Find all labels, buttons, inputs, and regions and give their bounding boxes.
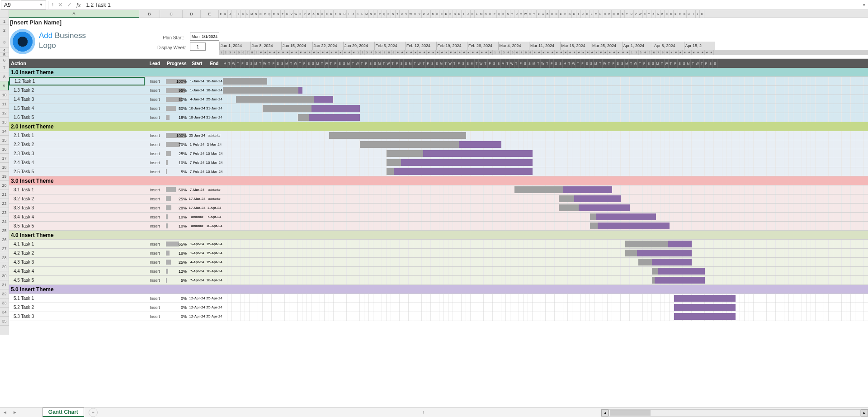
task-start[interactable]: 12-Apr-24: [189, 312, 206, 321]
task-start[interactable]: ######: [189, 213, 206, 221]
task-end[interactable]: 15-Apr-24: [206, 258, 223, 266]
task-name[interactable]: 1.4 Task 3: [9, 95, 145, 104]
task-lead[interactable]: Insert: [145, 113, 165, 122]
col-header-CO[interactable]: O: [603, 10, 608, 18]
row-header-32[interactable]: 32: [0, 289, 9, 299]
task-name[interactable]: 1.5 Task 4: [9, 104, 145, 113]
task-start[interactable]: 1-Feb-24: [189, 140, 206, 149]
row-header-34[interactable]: 34: [0, 308, 9, 317]
col-header-K[interactable]: K: [241, 10, 245, 18]
task-row[interactable]: 3.3 Task 3Insert28%17-Mar-241-Apr-24: [9, 204, 868, 213]
task-row[interactable]: 3.5 Task 5Insert10%######10-Apr-24: [9, 222, 868, 231]
task-progress[interactable]: 10%: [165, 158, 189, 167]
task-lead[interactable]: Insert: [145, 213, 165, 221]
col-header-CT[interactable]: T: [625, 10, 629, 18]
col-header-BX[interactable]: X: [528, 10, 533, 18]
task-name[interactable]: 4.1 Task 1: [9, 240, 145, 248]
task-lead[interactable]: Insert: [145, 294, 165, 303]
col-header-DD[interactable]: D: [669, 10, 674, 18]
col-header-CI[interactable]: I: [576, 10, 581, 18]
col-header-DB[interactable]: B: [660, 10, 665, 18]
col-header-DE[interactable]: E: [674, 10, 678, 18]
theme-row[interactable]: 4.0 Insert Theme: [9, 231, 868, 240]
col-header-CJ[interactable]: J: [581, 10, 585, 18]
gantt-bar[interactable]: [590, 223, 670, 229]
task-row[interactable]: 1.5 Task 4Insert50%10-Jan-2431-Jan-24: [9, 104, 868, 113]
col-header-AO[interactable]: O: [373, 10, 378, 18]
task-name[interactable]: 4.2 Task 2: [9, 249, 145, 257]
row-header-20[interactable]: 20: [0, 181, 9, 190]
col-header-AK[interactable]: K: [356, 10, 360, 18]
task-name[interactable]: 3.3 Task 3: [9, 204, 145, 212]
gantt-bar[interactable]: [387, 159, 533, 166]
col-header-B[interactable]: B: [139, 10, 160, 18]
task-name[interactable]: 5.2 Task 2: [9, 303, 145, 312]
col-header-C[interactable]: C: [160, 10, 183, 18]
row-header-33[interactable]: 33: [0, 299, 9, 308]
more-icon[interactable]: ⁝: [50, 2, 56, 8]
task-row[interactable]: 4.2 Task 2Insert18%1-Apr-2415-Apr-24: [9, 249, 868, 258]
task-name[interactable]: 3.1 Task 1: [9, 185, 145, 194]
task-progress[interactable]: 100%: [165, 77, 189, 85]
task-row[interactable]: 5.2 Task 2Insert0%12-Apr-2425-Apr-24: [9, 303, 868, 312]
col-header-BY[interactable]: Y: [532, 10, 537, 18]
task-row[interactable]: 2.1 Task 1Insert100%25-Jan-24######: [9, 131, 868, 140]
col-header-CY[interactable]: Y: [647, 10, 651, 18]
expand-formula-icon[interactable]: ▾: [860, 3, 868, 7]
task-row[interactable]: 1.6 Task 5Insert18%18-Jan-2431-Jan-24: [9, 113, 868, 122]
row-header-35[interactable]: 35: [0, 317, 9, 326]
task-lead[interactable]: Insert: [145, 222, 165, 230]
select-all-corner[interactable]: [0, 10, 9, 18]
task-end[interactable]: 15-Apr-24: [206, 240, 223, 248]
col-header-AG[interactable]: G: [338, 10, 343, 18]
task-name[interactable]: 4.4 Task 4: [9, 267, 145, 275]
gantt-bar[interactable]: [674, 304, 736, 311]
task-lead[interactable]: Insert: [145, 95, 165, 104]
col-header-AM[interactable]: M: [364, 10, 369, 18]
row-header-9[interactable]: 9: [0, 81, 9, 90]
task-progress[interactable]: 10%: [165, 213, 189, 221]
col-header-Q[interactable]: Q: [267, 10, 272, 18]
col-header-BO[interactable]: O: [488, 10, 493, 18]
task-end[interactable]: 10-Apr-24: [206, 222, 223, 230]
gantt-bar[interactable]: [223, 78, 267, 85]
gantt-bar[interactable]: [263, 105, 360, 112]
col-header-G[interactable]: G: [223, 10, 228, 18]
task-end[interactable]: 18-Apr-24: [206, 276, 223, 284]
row-header-17[interactable]: 17: [0, 154, 9, 163]
task-lead[interactable]: Insert: [145, 131, 165, 140]
row-header-28[interactable]: 28: [0, 253, 9, 262]
col-header-DJ[interactable]: J: [696, 10, 700, 18]
fx-icon[interactable]: fx: [74, 1, 83, 9]
sheet-content[interactable]: [Insert Plan Name] Add Business Logo Pla…: [9, 18, 868, 335]
task-name[interactable]: 3.4 Task 4: [9, 213, 145, 221]
task-row[interactable]: 2.3 Task 3Insert25%7-Feb-2410-Mar-24: [9, 149, 868, 158]
col-header-CA[interactable]: A: [541, 10, 546, 18]
task-name[interactable]: 5.3 Task 3: [9, 312, 145, 321]
col-header-V[interactable]: V: [289, 10, 294, 18]
gantt-bar[interactable]: [625, 250, 692, 256]
task-start[interactable]: 18-Jan-24: [189, 113, 206, 122]
col-header-AS[interactable]: S: [391, 10, 396, 18]
col-header-CE[interactable]: E: [559, 10, 563, 18]
task-row[interactable]: 2.2 Task 2Insert70%1-Feb-243-Mar-24: [9, 140, 868, 149]
col-header-CZ[interactable]: Z: [651, 10, 656, 18]
task-end[interactable]: 18-Apr-24: [206, 267, 223, 275]
task-start[interactable]: 17-Mar-24: [189, 194, 206, 203]
task-lead[interactable]: Insert: [145, 258, 165, 266]
task-lead[interactable]: Insert: [145, 167, 165, 176]
task-start[interactable]: 7-Feb-24: [189, 167, 206, 176]
task-end[interactable]: 10-Mar-24: [206, 167, 223, 176]
col-header-CK[interactable]: K: [585, 10, 590, 18]
task-lead[interactable]: Insert: [145, 149, 165, 158]
task-progress[interactable]: 25%: [165, 258, 189, 266]
col-header-CM[interactable]: M: [594, 10, 599, 18]
col-header-CQ[interactable]: Q: [612, 10, 616, 18]
gantt-bar[interactable]: [387, 150, 533, 157]
gantt-bar[interactable]: [652, 268, 705, 275]
task-end[interactable]: 25-Apr-24: [206, 294, 223, 303]
col-header-BF[interactable]: F: [448, 10, 453, 18]
col-header-BV[interactable]: V: [519, 10, 524, 18]
col-header-BZ[interactable]: Z: [537, 10, 541, 18]
task-row[interactable]: 1.3 Task 2Insert95%1-Jan-2418-Jan-24: [9, 86, 868, 95]
